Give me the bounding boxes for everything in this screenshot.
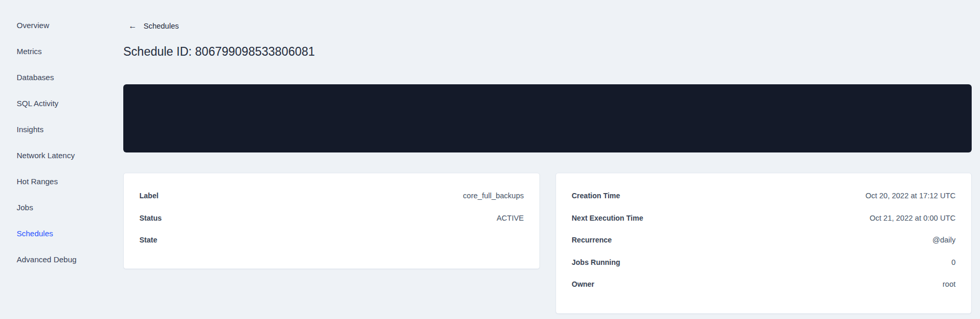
sidebar-item-schedules[interactable]: Schedules [17,220,123,246]
sidebar-item-insights[interactable]: Insights [17,116,123,142]
detail-value: Oct 21, 2022 at 0:00 UTC [870,214,956,222]
schedule-statement-code-block [123,84,972,152]
detail-label: Next Execution Time [572,214,643,222]
detail-value: root [943,280,956,288]
sidebar-nav: Overview Metrics Databases SQL Activity … [0,0,123,319]
arrow-left-icon: ← [128,22,137,30]
sidebar-item-label: Databases [17,73,54,82]
sidebar-item-label: Jobs [17,203,33,212]
sidebar-item-label: Advanced Debug [17,255,76,264]
detail-row: Next Execution Time Oct 21, 2022 at 0:00… [572,207,956,229]
schedule-details-card: Label core_full_backups Status ACTIVE St… [123,173,540,269]
detail-value: 0 [951,258,956,266]
detail-value: @daily [932,236,956,244]
page-title: Schedule ID: 806799098533806081 [123,44,972,59]
execution-details-card: Creation Time Oct 20, 2022 at 17:12 UTC … [556,173,972,314]
sidebar-item-label: Overview [17,21,49,30]
detail-cards-row: Label core_full_backups Status ACTIVE St… [123,173,972,314]
sidebar-item-jobs[interactable]: Jobs [17,194,123,220]
sidebar-item-overview[interactable]: Overview [17,12,123,38]
main-content: ← Schedules Schedule ID: 806799098533806… [123,0,980,319]
sidebar-item-label: Insights [17,125,44,134]
sidebar-item-advanced-debug[interactable]: Advanced Debug [17,246,123,272]
detail-value: core_full_backups [463,192,524,200]
detail-label: Status [139,214,162,222]
sidebar-item-databases[interactable]: Databases [17,64,123,90]
sidebar-item-network-latency[interactable]: Network Latency [17,142,123,168]
detail-row: Recurrence @daily [572,229,956,251]
sidebar-item-hot-ranges[interactable]: Hot Ranges [17,168,123,194]
detail-label: Recurrence [572,236,612,244]
sidebar-item-label: Hot Ranges [17,177,58,186]
detail-row: Creation Time Oct 20, 2022 at 17:12 UTC [572,185,956,207]
detail-label: Jobs Running [572,258,620,266]
detail-row: Label core_full_backups [139,185,524,207]
detail-label: Owner [572,280,595,288]
detail-row: State [139,229,524,251]
detail-value: Oct 20, 2022 at 17:12 UTC [866,192,956,200]
sidebar-item-label: Schedules [17,229,53,238]
schedule-details-page: Overview Metrics Databases SQL Activity … [0,0,980,319]
back-to-schedules-link[interactable]: ← Schedules [128,21,179,31]
back-link-label: Schedules [144,22,179,30]
sidebar-item-metrics[interactable]: Metrics [17,38,123,64]
sidebar-item-label: SQL Activity [17,99,58,108]
detail-row: Jobs Running 0 [572,251,956,274]
detail-row: Status ACTIVE [139,207,524,229]
detail-row: Owner root [572,273,956,296]
detail-value: ACTIVE [497,214,524,222]
detail-label: Label [139,192,159,200]
detail-label: State [139,236,157,244]
detail-label: Creation Time [572,192,620,200]
sidebar-item-sql-activity[interactable]: SQL Activity [17,90,123,116]
sidebar-item-label: Metrics [17,47,42,56]
sidebar-item-label: Network Latency [17,151,75,160]
